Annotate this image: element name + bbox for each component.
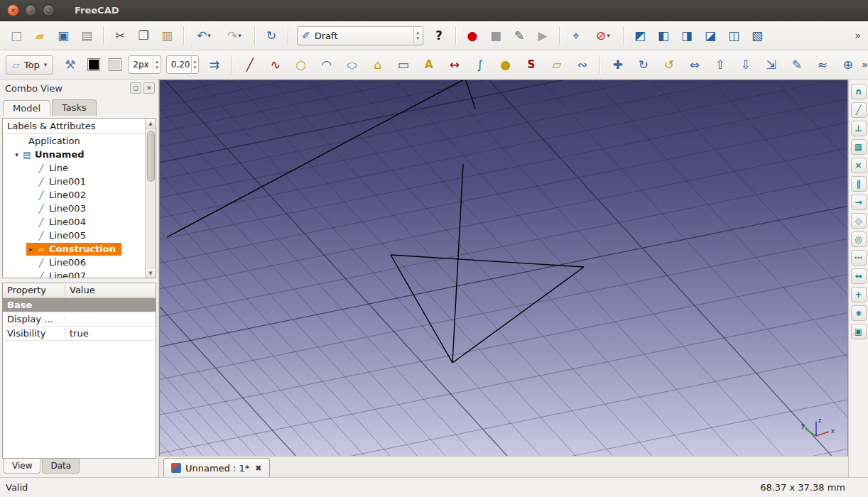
- chevron-down-icon[interactable]: [607, 32, 610, 39]
- tree-item[interactable]: Line003: [3, 202, 145, 215]
- draft-ellipse[interactable]: ○: [340, 54, 364, 75]
- tab-model[interactable]: Model: [3, 100, 50, 116]
- draft-add-point[interactable]: ⊕: [836, 54, 859, 75]
- 3d-viewport[interactable]: x y z: [159, 80, 848, 456]
- draft-arc[interactable]: ◠: [315, 54, 338, 75]
- scroll-thumb[interactable]: [147, 131, 155, 182]
- apply-style[interactable]: ⇉: [202, 54, 226, 75]
- tree-item[interactable]: Line001: [3, 175, 145, 188]
- draft-circle[interactable]: ○: [289, 54, 313, 75]
- paste[interactable]: ▥: [156, 25, 178, 46]
- draft-shapestring[interactable]: S: [519, 54, 543, 75]
- tab-tasks[interactable]: Tasks: [52, 99, 97, 116]
- save-file[interactable]: ▣: [53, 25, 74, 46]
- spin-arrows[interactable]: [191, 56, 199, 73]
- property-row[interactable]: Base: [3, 298, 156, 312]
- snap-grid[interactable]: ▦: [851, 139, 867, 155]
- draft-wire[interactable]: ∿: [264, 54, 287, 75]
- view-right[interactable]: ◪: [700, 25, 721, 46]
- toolbar-overflow[interactable]: »: [855, 30, 862, 41]
- snap-center[interactable]: ◎: [851, 231, 867, 247]
- whats-this[interactable]: ?: [428, 25, 450, 46]
- draft-text[interactable]: A: [417, 54, 440, 75]
- tree-scrollbar[interactable]: [145, 119, 156, 278]
- draft-rectangle[interactable]: ▭: [391, 54, 415, 75]
- window-minimize-button[interactable]: [25, 4, 37, 16]
- workbench-selector[interactable]: ✐ Draft: [297, 26, 423, 45]
- scroll-down-icon[interactable]: [146, 268, 156, 278]
- working-plane-selector[interactable]: ▱ Top: [6, 55, 53, 75]
- zoom-fit[interactable]: ⌖: [565, 25, 587, 46]
- panel-undock-icon[interactable]: [130, 82, 141, 94]
- draft-bezier[interactable]: ∾: [570, 54, 594, 75]
- draft-trimex[interactable]: ⇔: [683, 54, 706, 75]
- tab-data[interactable]: Data: [42, 459, 80, 474]
- snap-endpoint[interactable]: ╱: [851, 102, 867, 118]
- snap-intersection[interactable]: ×: [851, 158, 867, 173]
- draft-dimension[interactable]: ↔: [443, 54, 466, 75]
- draft-edit[interactable]: ✎: [785, 54, 808, 75]
- snap-near[interactable]: ◇: [851, 213, 867, 229]
- snap-perpendicular[interactable]: ⊥: [851, 121, 867, 136]
- snap-angle[interactable]: ∗: [851, 305, 867, 321]
- line-color-swatch[interactable]: [84, 55, 103, 75]
- view-bottom[interactable]: ▧: [747, 25, 768, 46]
- scroll-up-icon[interactable]: [146, 119, 156, 129]
- tree-expander-icon[interactable]: ▾: [12, 151, 21, 158]
- snap-working-plane[interactable]: +: [851, 287, 867, 302]
- property-row[interactable]: Display ...: [3, 312, 156, 327]
- draft-upgrade[interactable]: ⇧: [708, 54, 732, 75]
- tree-expander-icon[interactable]: ▸: [26, 246, 36, 253]
- tree-item[interactable]: ▾ Unnamed: [3, 148, 145, 161]
- draft-rotate[interactable]: ↻: [631, 54, 655, 75]
- open-file[interactable]: ▰: [29, 25, 50, 46]
- draw-style[interactable]: ⊘: [589, 25, 617, 46]
- chevron-down-icon[interactable]: [207, 32, 211, 39]
- panel-close-icon[interactable]: [143, 82, 155, 94]
- snap-special[interactable]: ⋯: [851, 250, 867, 266]
- chevron-down-icon[interactable]: [238, 32, 242, 39]
- new-file[interactable]: □: [6, 25, 27, 46]
- view-top[interactable]: ◨: [676, 25, 698, 46]
- tree-item[interactable]: Line007: [3, 269, 145, 278]
- property-row[interactable]: Visibility true: [3, 327, 156, 341]
- snap-lock[interactable]: ∩: [851, 84, 867, 99]
- draft-scale[interactable]: ⇲: [759, 54, 783, 75]
- toggle-grid[interactable]: ▣: [851, 324, 867, 339]
- window-maximize-button[interactable]: [43, 4, 55, 16]
- copy[interactable]: ❐: [133, 25, 154, 46]
- tree-item[interactable]: Line005: [3, 229, 145, 242]
- print[interactable]: ▤: [76, 25, 97, 46]
- draft-point[interactable]: ●: [494, 54, 517, 75]
- combo-spin-arrows[interactable]: [413, 27, 421, 45]
- construction-mode[interactable]: ⚒: [58, 54, 82, 75]
- tree-item[interactable]: Line006: [3, 256, 145, 269]
- draft-wire-to-bspline[interactable]: ≈: [810, 54, 834, 75]
- snap-extension[interactable]: →: [851, 195, 867, 210]
- window-close-button[interactable]: [7, 4, 19, 16]
- macro-stop[interactable]: ■: [485, 25, 506, 46]
- draft-downgrade[interactable]: ⇩: [734, 54, 757, 75]
- draft-bspline[interactable]: ∫: [468, 54, 492, 75]
- snap-parallel[interactable]: ∥: [851, 176, 867, 192]
- line-width-spinner[interactable]: 2px: [128, 55, 161, 74]
- macro-edit[interactable]: ✎: [509, 25, 530, 46]
- redo[interactable]: ↷: [220, 25, 249, 46]
- text-size-spinner[interactable]: 0,20: [166, 55, 200, 74]
- tree-item[interactable]: ▸ Construction: [3, 242, 145, 256]
- tree-item[interactable]: Line004: [3, 215, 145, 229]
- face-color-swatch[interactable]: [105, 55, 124, 75]
- draft-facebinder[interactable]: ▱: [545, 54, 568, 75]
- cut[interactable]: ✂: [109, 25, 131, 46]
- view-front[interactable]: ◧: [653, 25, 674, 46]
- macro-record[interactable]: ●: [462, 25, 483, 46]
- refresh[interactable]: ↻: [261, 25, 282, 46]
- snap-dimensions[interactable]: ↔: [851, 268, 867, 284]
- tree-item[interactable]: Line002: [3, 188, 145, 202]
- draft-overflow[interactable]: »: [862, 59, 868, 70]
- tab-view[interactable]: View: [4, 459, 40, 474]
- view-axonometric[interactable]: ◩: [629, 25, 651, 46]
- macro-play[interactable]: ▶: [532, 25, 553, 46]
- document-tab[interactable]: Unnamed : 1*: [163, 458, 270, 477]
- tree-item[interactable]: Application: [3, 134, 145, 148]
